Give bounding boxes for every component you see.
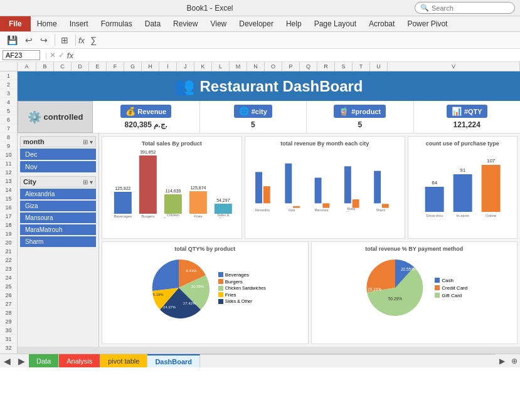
row-25: 25 [0, 282, 17, 291]
table-button[interactable]: ⊞ [58, 33, 72, 47]
col-c[interactable]: C [54, 62, 72, 71]
menu-insert[interactable]: Insert [63, 16, 95, 31]
product-value: 5 [358, 120, 362, 129]
spreadsheet-body: 1 2 3 4 5 6 7 8 9 10 11 12 13 14 15 16 1… [0, 71, 520, 354]
svg-text:Online: Online [486, 214, 497, 218]
month-filter-icons[interactable]: ⊞ ▾ [83, 139, 93, 145]
file-button[interactable]: File [0, 16, 31, 31]
col-q[interactable]: Q [300, 62, 317, 71]
scroll-right[interactable]: ▶ [496, 357, 509, 365]
undo-button[interactable]: ↩ [22, 33, 36, 47]
formula-bar: | ✕ ✓ fx [0, 49, 520, 62]
kpi-card-qty: 📊 #QTY 121,224 [414, 101, 521, 133]
svg-rect-47 [425, 187, 443, 212]
col-d[interactable]: D [72, 62, 89, 71]
bottom-tabs: ◀ ▶ Data Analysis pivot table DashBoard … [0, 354, 520, 367]
formula-input[interactable] [77, 51, 517, 60]
month-label: month [23, 138, 45, 145]
row-2: 2 [0, 80, 17, 89]
row-14: 14 [0, 186, 17, 194]
nav-prev-sheet[interactable]: ◀ [0, 356, 14, 366]
col-i[interactable]: I [159, 62, 177, 71]
col-p[interactable]: P [282, 62, 300, 71]
month-dec[interactable]: Dec [20, 149, 96, 160]
search-input[interactable] [432, 4, 509, 12]
chart2-title: total revenue By month each city [249, 140, 401, 147]
svg-text:In-store: In-store [456, 214, 469, 218]
title-bar: Book1 - Excel 🔍 [0, 0, 520, 16]
svg-rect-26 [382, 204, 389, 207]
menu-help[interactable]: Help [280, 16, 308, 31]
svg-text:50.29%: 50.29% [388, 297, 402, 301]
pie1-svg: 8.43% 30.59% 27.42% 24.37% 5.19% [144, 253, 213, 322]
confirm-icon[interactable]: ✓ [58, 51, 65, 60]
col-l[interactable]: L [212, 62, 230, 71]
menu-developer[interactable]: Developer [233, 16, 280, 31]
legend-beverages: Beverages [218, 272, 266, 278]
sheet-tab-pivot[interactable]: pivot table [100, 354, 147, 367]
col-o[interactable]: O [265, 62, 282, 71]
row-1: 1 [0, 71, 17, 80]
svg-rect-2 [139, 155, 157, 214]
svg-text:8.43%: 8.43% [186, 269, 197, 273]
svg-text:Marsa: Marsa [347, 207, 355, 211]
row-5: 5 [0, 107, 17, 115]
col-u[interactable]: U [370, 62, 388, 71]
city-filter-header: City ⊞ ▾ [20, 176, 96, 187]
row-30: 30 [0, 326, 17, 335]
col-a[interactable]: A [18, 62, 36, 71]
col-h[interactable]: H [142, 62, 159, 71]
autosum-button[interactable]: ∑ [87, 33, 100, 47]
kpi-card-product: 🧋 #product 5 [307, 101, 414, 133]
menu-review[interactable]: Review [167, 16, 204, 31]
row-21: 21 [0, 247, 17, 256]
col-g[interactable]: G [124, 62, 142, 71]
row-32: 32 [0, 344, 17, 352]
redo-button[interactable]: ↪ [37, 33, 51, 47]
col-v[interactable]: V [388, 62, 520, 71]
city-mansoura[interactable]: Mansoura [20, 213, 96, 223]
chart1-svg: 125,922 391,852 114,639 125,874 [106, 149, 238, 218]
sheet-tab-analysis[interactable]: Analysis [59, 354, 100, 367]
month-nov[interactable]: Nov [20, 161, 96, 172]
col-t[interactable]: T [353, 62, 370, 71]
city-giza[interactable]: Giza [20, 201, 96, 211]
sheet-tab-data[interactable]: Data [29, 354, 59, 367]
col-j[interactable]: J [177, 62, 194, 71]
col-f[interactable]: F [107, 62, 124, 71]
menu-home[interactable]: Home [31, 16, 63, 31]
control-widget: ⚙️ controlled [18, 101, 93, 133]
legend-gift: Gift Card [435, 293, 467, 298]
chart-payment-pie: total revenue % BY payment method 50. [311, 241, 518, 344]
fx-label: fx [78, 36, 85, 45]
zoom-slider[interactable]: ⊕ [509, 357, 520, 365]
search-icon: 🔍 [420, 4, 429, 12]
col-e[interactable]: E [89, 62, 107, 71]
svg-rect-0 [114, 192, 132, 214]
col-k[interactable]: K [194, 62, 212, 71]
save-button[interactable]: 💾 [4, 33, 21, 47]
menu-data[interactable]: Data [139, 16, 167, 31]
city-sharm[interactable]: Sharm [20, 236, 96, 247]
menu-acrobat[interactable]: Acrobat [363, 16, 401, 31]
sheet-tab-dashboard[interactable]: DashBoard [147, 354, 200, 367]
cancel-icon[interactable]: ✕ [50, 51, 56, 60]
city-alexandria[interactable]: Alexandria [20, 189, 96, 199]
col-b[interactable]: B [36, 62, 54, 71]
city-filter-icons[interactable]: ⊞ ▾ [83, 179, 93, 186]
menu-view[interactable]: View [204, 16, 233, 31]
col-r[interactable]: R [317, 62, 335, 71]
col-n[interactable]: N [247, 62, 265, 71]
menu-pagelayout[interactable]: Page Layout [308, 16, 363, 31]
charts-top-row: Total sales By product 125,922 391,852 1… [102, 136, 517, 239]
menu-powerpivot[interactable]: Power Pivot [401, 16, 454, 31]
gear-icon: ⚙️ [28, 110, 41, 124]
nav-next-sheet[interactable]: ▶ [14, 356, 29, 366]
row-24: 24 [0, 273, 17, 282]
city-filter-label: City [23, 178, 36, 186]
city-marsamatrouh[interactable]: MaraMatrouh [20, 224, 96, 235]
col-s[interactable]: S [335, 62, 353, 71]
col-m[interactable]: M [230, 62, 247, 71]
menu-formulas[interactable]: Formulas [95, 16, 139, 31]
name-box[interactable] [3, 50, 40, 60]
